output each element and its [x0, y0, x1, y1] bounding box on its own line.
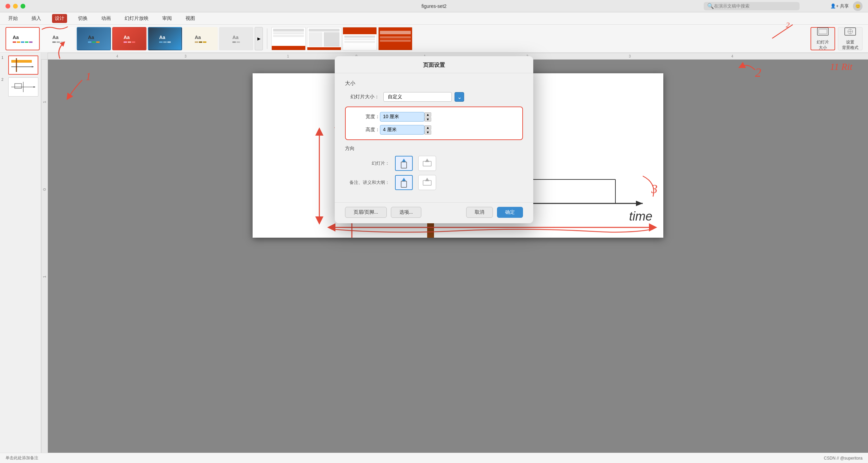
menubar: 开始 插入 设计 切换 动画 幻灯片放映 审阅 视图: [0, 12, 868, 25]
width-up[interactable]: ▲: [424, 112, 431, 117]
theme-7[interactable]: Aa: [219, 27, 253, 50]
ruler-corner: [41, 53, 48, 60]
red-annotation-2: 2: [714, 60, 782, 101]
bg-format-button[interactable]: 设置背景格式: [838, 27, 863, 50]
theme-5[interactable]: Aa: [148, 27, 182, 50]
svg-marker-63: [402, 178, 406, 181]
menu-insert[interactable]: 插入: [29, 14, 44, 23]
slide-layout-4[interactable]: [378, 27, 412, 50]
notes-landscape-btn[interactable]: [418, 175, 436, 190]
statusbar-text: 单击此处添加备注: [5, 455, 38, 461]
dialog-footer: 页眉/页脚... 选项... 取消 确定: [335, 202, 533, 223]
theme-3[interactable]: Aa: [77, 27, 111, 50]
slide-thumb-2[interactable]: 2: [1, 77, 39, 97]
size-select-display[interactable]: 自定义: [383, 92, 452, 102]
size-dropdown-arrow[interactable]: ⌄: [455, 92, 464, 102]
direction-label: 方向: [345, 146, 523, 152]
minimize-button[interactable]: [13, 4, 18, 9]
slide-preview-1[interactable]: [8, 55, 38, 75]
slide-size-button[interactable]: 幻灯片大小: [810, 27, 835, 50]
more-themes-button[interactable]: ▶: [255, 27, 263, 50]
slide-thumb-1[interactable]: 1: [1, 55, 39, 75]
slide-size-icon: [817, 26, 829, 38]
svg-rect-64: [401, 181, 407, 187]
ok-button[interactable]: 确定: [497, 207, 523, 218]
width-label: 宽度：: [353, 114, 380, 120]
theme-1[interactable]: Aa: [5, 27, 40, 50]
notes-portrait-btn[interactable]: [395, 175, 413, 190]
window-controls[interactable]: [5, 4, 25, 9]
menu-start[interactable]: 开始: [5, 14, 21, 23]
slide-number-2: 2: [1, 77, 7, 82]
red-annotation-left: 1: [55, 70, 123, 275]
dialog-container: 页面设置 大小 幻灯片大小： 自定义 ⌄ 宽度：: [335, 56, 533, 223]
bg-format-icon: [844, 26, 856, 38]
slide-landscape-btn[interactable]: [418, 156, 436, 171]
titlebar-right: 👤+ 共享 😊: [830, 1, 863, 11]
svg-text:1: 1: [43, 276, 46, 278]
svg-rect-0: [817, 28, 828, 35]
height-up[interactable]: ▲: [424, 125, 431, 130]
options-button[interactable]: 选项...: [391, 207, 422, 218]
search-input[interactable]: [714, 3, 796, 9]
width-down[interactable]: ▼: [424, 117, 431, 122]
svg-text:time: time: [629, 209, 652, 223]
height-input[interactable]: [380, 125, 424, 135]
menu-view[interactable]: 视图: [183, 14, 198, 23]
svg-marker-10: [32, 66, 34, 67]
height-label: 高度：: [353, 127, 380, 133]
slide-layout-1[interactable]: [271, 27, 306, 50]
menu-transition[interactable]: 切换: [75, 14, 90, 23]
menu-review[interactable]: 审阅: [159, 14, 175, 23]
search-icon: 🔍: [707, 3, 714, 9]
search-box[interactable]: 🔍: [704, 2, 800, 10]
window-title: figures-set2: [421, 3, 446, 9]
svg-text:4: 4: [116, 54, 118, 58]
page-setup-dialog[interactable]: 页面设置 大小 幻灯片大小： 自定义 ⌄ 宽度：: [335, 56, 533, 223]
theme-2[interactable]: Aa: [41, 27, 75, 50]
size-dropdown[interactable]: 自定义 ⌄: [383, 92, 464, 102]
slide-portrait-btn[interactable]: [395, 156, 413, 171]
svg-rect-62: [423, 161, 431, 166]
notes-direction-label: 备注、讲义和大纲：: [345, 179, 390, 186]
svg-marker-12: [34, 86, 35, 88]
maximize-button[interactable]: [21, 4, 25, 9]
header-footer-button[interactable]: 页眉/页脚...: [345, 207, 387, 218]
statusbar: 单击此处添加备注 CSDN // @superitora: [0, 453, 868, 463]
svg-marker-29: [636, 201, 643, 206]
svg-text:3: 3: [184, 54, 187, 58]
profile-avatar[interactable]: 😊: [853, 1, 863, 11]
close-button[interactable]: [5, 4, 10, 9]
share-label: 共享: [840, 3, 849, 9]
svg-text:1: 1: [287, 54, 289, 58]
height-down[interactable]: ▼: [424, 130, 431, 135]
toolbar-right: 幻灯片大小 设置背景格式: [810, 27, 863, 50]
slide-preview-2[interactable]: [8, 77, 38, 97]
theme-6[interactable]: Aa: [183, 27, 218, 50]
share-button[interactable]: 👤+ 共享: [830, 3, 849, 9]
cancel-button[interactable]: 取消: [466, 207, 493, 218]
svg-text:1: 1: [43, 101, 46, 103]
svg-text:0: 0: [43, 188, 46, 191]
menu-design[interactable]: 设计: [52, 14, 67, 23]
footer-left: 页眉/页脚... 选项...: [345, 207, 421, 218]
svg-rect-14: [15, 84, 22, 88]
width-row: 宽度： ▲ ▼: [353, 112, 515, 122]
slide-size-label: 幻灯片大小: [817, 40, 829, 50]
menu-slideshow[interactable]: 幻灯片放映: [122, 14, 151, 23]
notes-direction-row: 备注、讲义和大纲：: [345, 175, 523, 190]
width-spinner[interactable]: ▲ ▼: [424, 112, 431, 122]
dialog-title: 页面设置: [335, 56, 533, 73]
svg-rect-1: [819, 29, 827, 34]
bg-format-label: 设置背景格式: [842, 40, 858, 50]
ruler-vertical: 1 0 1: [41, 60, 48, 453]
slide-direction-row: 幻灯片：: [345, 156, 523, 171]
svg-rect-60: [401, 162, 407, 168]
theme-4[interactable]: Aa: [112, 27, 146, 50]
width-input[interactable]: [380, 112, 424, 122]
slide-layout-2[interactable]: [307, 27, 341, 50]
slide-layout-3[interactable]: [343, 27, 377, 50]
menu-animation[interactable]: 动画: [99, 14, 114, 23]
height-spinner[interactable]: ▲ ▼: [424, 125, 431, 135]
size-value: 自定义: [388, 94, 402, 100]
